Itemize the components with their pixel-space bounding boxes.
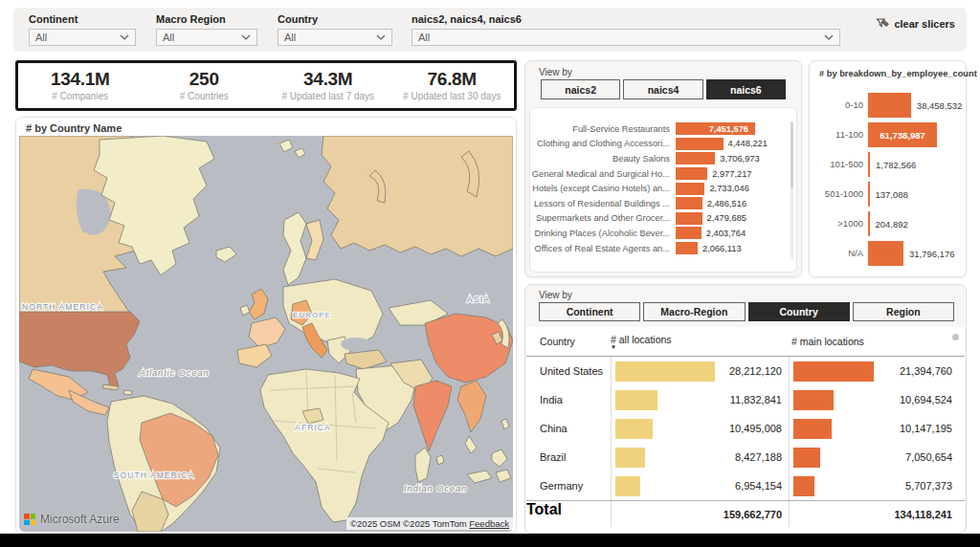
naics-bar-area: 3,706,973 <box>676 152 796 164</box>
naics-bar[interactable] <box>676 138 724 150</box>
slicer-dropdown[interactable]: All <box>29 29 136 46</box>
naics-category-label: Clothing and Clothing Accessori... <box>530 139 676 148</box>
region-hispaniola[interactable] <box>123 390 132 395</box>
slicer-title: Macro Region <box>156 13 226 25</box>
naics-value-label: 2,733,046 <box>709 184 748 193</box>
naics-bar[interactable] <box>676 183 704 195</box>
naics-bar-row: Hotels (except Casino Hotels) an...2,733… <box>530 181 796 196</box>
clear-slicers-button[interactable]: clear slicers <box>876 17 955 31</box>
map-feedback-link[interactable]: Feedback <box>469 518 509 529</box>
kpi-label: # Companies <box>52 91 108 101</box>
employee-bar-area: 1,782,566 <box>868 152 958 177</box>
country-cell: India <box>526 385 611 414</box>
naics-bar[interactable] <box>676 242 698 254</box>
all-locations-bar[interactable] <box>615 390 657 410</box>
naics-category-label: Full-Service Restaurants <box>530 124 676 134</box>
column-header-country[interactable]: Country <box>526 327 611 356</box>
employee-bucket-label: N/A <box>817 248 868 258</box>
total-main-value: 134,118,241 <box>894 509 952 520</box>
naics-bar[interactable] <box>676 227 702 239</box>
tab-country[interactable]: Country <box>748 302 850 321</box>
main-locations-value: 10,694,524 <box>900 394 952 405</box>
slicer-dropdown[interactable]: All <box>412 29 840 46</box>
world-map[interactable]: NORTH AMERICA SOUTH AMERICA EUROPE ASIA … <box>19 136 513 532</box>
naics-bar-area: 2,066,113 <box>676 242 796 254</box>
employee-bar[interactable] <box>868 241 903 266</box>
total-all-value: 159,662,770 <box>724 509 782 520</box>
tab-naics4[interactable]: naics4 <box>623 79 702 99</box>
main-locations-cell: 10,694,524 <box>789 385 965 414</box>
main-locations-bar[interactable] <box>793 419 832 439</box>
table-row[interactable]: Brazil8,427,1887,050,654 <box>526 443 965 471</box>
employee-value-label: 1,782,566 <box>876 159 916 169</box>
naics-view-by-label: View by <box>539 67 572 77</box>
country-cell: China <box>526 414 611 443</box>
all-locations-cell: 8,427,188 <box>611 443 789 471</box>
employee-bar-area: 61,738,987 <box>868 122 958 147</box>
naics-chart-scrollbar[interactable] <box>791 121 793 259</box>
region-russia[interactable] <box>322 136 513 256</box>
main-locations-bar[interactable] <box>793 390 834 410</box>
all-locations-bar[interactable] <box>615 448 645 468</box>
map-label-africa: AFRICA <box>295 423 331 432</box>
tab-naics6[interactable]: naics6 <box>706 79 786 99</box>
tab-macro-region[interactable]: Macro-Region <box>643 302 745 321</box>
tab-naics2[interactable]: naics2 <box>541 79 620 99</box>
slicer-dropdown[interactable]: All <box>278 29 392 46</box>
kpi-value: 34.3M <box>303 70 352 89</box>
naics-category-label: Hotels (except Casino Hotels) an... <box>530 184 676 193</box>
table-row[interactable]: China10,495,00810,147,195 <box>526 414 965 443</box>
naics-bar-area: 7,451,576 <box>676 122 796 135</box>
main-locations-bar[interactable] <box>793 448 820 468</box>
naics-bar[interactable] <box>676 212 702 225</box>
map-attribution-copyright: ©2025 OSM ©2025 TomTom Feedback <box>346 517 513 530</box>
table-row[interactable]: United States28,212,12021,394,760 <box>526 357 965 385</box>
main-locations-bar[interactable] <box>793 361 874 382</box>
kpi-label: # Updated last 7 days <box>281 91 374 101</box>
naics-category-label: Lessors of Residential Buildings ... <box>530 199 676 208</box>
employee-count-panel: # by breakdown_by_employee_count 0-1038,… <box>809 60 967 277</box>
table-row[interactable]: India11,832,84110,694,524 <box>526 385 965 414</box>
all-locations-bar[interactable] <box>615 361 715 382</box>
all-locations-cell: 10,495,008 <box>611 414 789 443</box>
employee-value-label: 31,796,176 <box>909 248 955 258</box>
main-locations-bar[interactable] <box>793 476 814 496</box>
map-copyright-text: ©2025 OSM ©2025 TomTom <box>350 518 467 529</box>
clear-slicers-label: clear slicers <box>894 18 955 30</box>
slicer-value: All <box>35 32 120 43</box>
report-canvas: ContinentAllMacro RegionAllCountryAllnai… <box>0 0 980 534</box>
geo-breakdown-panel: View by ContinentMacro-RegionCountryRegi… <box>524 284 967 534</box>
country-cell: Germany <box>526 471 611 500</box>
map-label-atlantic-ocean: Atlantic Ocean <box>139 367 210 378</box>
all-locations-cell: 28,212,120 <box>611 357 789 385</box>
naics-chart-rows: Full-Service Restaurants7,451,576Clothin… <box>530 108 796 255</box>
employee-bar[interactable] <box>868 182 870 207</box>
naics-bar[interactable] <box>676 197 702 209</box>
country-cell: Brazil <box>526 443 611 471</box>
all-locations-bar[interactable] <box>615 476 640 496</box>
main-locations-cell: 21,394,760 <box>789 357 965 385</box>
employee-bar[interactable] <box>868 152 870 177</box>
employee-panel-title: # by breakdown_by_employee_count <box>819 69 977 78</box>
employee-bar[interactable] <box>868 93 911 118</box>
naics-bar-row: General Medical and Surgical Ho...2,977,… <box>530 166 796 182</box>
all-locations-bar[interactable] <box>615 419 653 439</box>
tab-continent[interactable]: Continent <box>539 302 640 321</box>
tab-region[interactable]: Region <box>853 302 954 321</box>
column-header-main-locations[interactable]: # main locations <box>789 327 965 356</box>
geo-table-scrollbar[interactable] <box>952 334 959 340</box>
employee-bucket-label: 0-10 <box>817 99 868 110</box>
column-header-all-locations[interactable]: # all locations ▼ <box>611 327 789 356</box>
map-label-indian-ocean: Indian Ocean <box>404 483 467 493</box>
naics-value-label: 2,977,217 <box>712 169 751 179</box>
employee-value-label: 204,892 <box>876 218 908 229</box>
employee-bar[interactable] <box>868 211 870 236</box>
map-label-south-america: SOUTH AMERICA <box>114 470 195 480</box>
country-cell: United States <box>526 357 611 385</box>
employee-chart-rows: 0-1038,458,53211-10061,738,987101-5001,7… <box>817 90 958 268</box>
naics-bar[interactable] <box>676 152 715 164</box>
slicer-dropdown[interactable]: All <box>156 29 257 46</box>
microsoft-logo-icon <box>24 514 35 525</box>
table-row[interactable]: Germany6,954,1545,707,373 <box>526 471 965 500</box>
naics-bar[interactable] <box>676 167 707 180</box>
